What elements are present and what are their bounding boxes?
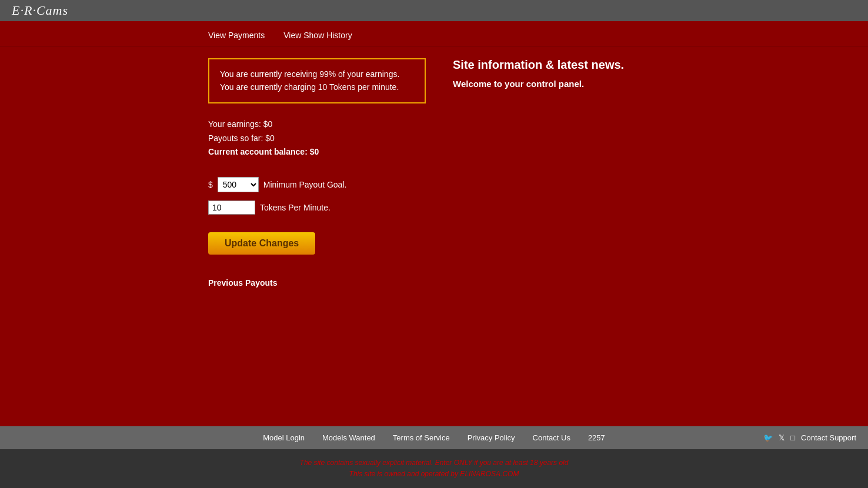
payouts-value: Payouts so far: $0 <box>208 132 429 146</box>
previous-payouts-label: Previous Payouts <box>208 278 429 288</box>
header: E·R·Cams <box>0 0 868 21</box>
payout-select[interactable]: 100 250 500 1000 <box>218 177 259 192</box>
footer-terms[interactable]: Terms of Service <box>393 433 450 442</box>
tokens-label: Tokens Per Minute. <box>260 203 330 212</box>
notice-line2: You are currently charging 10 Tokens per… <box>220 81 414 93</box>
site-info-subtitle: Welcome to your control panel. <box>453 79 844 89</box>
footer-model-login[interactable]: Model Login <box>263 433 305 442</box>
earnings-value: Your earnings: $0 <box>208 118 429 132</box>
footer-models-wanted[interactable]: Models Wanted <box>322 433 375 442</box>
main-content: You are currently receiving 99% of your … <box>0 46 868 426</box>
site-info-title: Site information & latest news. <box>453 58 844 72</box>
twitter-icon[interactable]: 𝕏 <box>779 433 784 442</box>
disclaimer-line2: This site is owned and operated by ELINA… <box>8 469 860 480</box>
footer-disclaimer: The site contains sexually explicit mate… <box>0 449 868 488</box>
logo: E·R·Cams <box>12 3 68 18</box>
notice-box: You are currently receiving 99% of your … <box>208 58 426 103</box>
earnings-section: Your earnings: $0 Payouts so far: $0 Cur… <box>208 118 429 159</box>
instagram-icon[interactable]: □ <box>790 433 795 442</box>
update-changes-button[interactable]: Update Changes <box>208 232 315 255</box>
facebook-icon[interactable]: 🐦 <box>763 433 773 442</box>
payout-row: $ 100 250 500 1000 Minimum Payout Goal. <box>208 177 429 192</box>
contact-support-link[interactable]: Contact Support <box>801 433 856 442</box>
payout-label: Minimum Payout Goal. <box>263 180 347 189</box>
footer-privacy[interactable]: Privacy Policy <box>468 433 515 442</box>
disclaimer-line1: The site contains sexually explicit mate… <box>8 457 860 469</box>
tokens-input[interactable] <box>208 200 255 215</box>
footer-nav: Model Login Models Wanted Terms of Servi… <box>0 426 868 449</box>
footer-contact-us[interactable]: Contact Us <box>533 433 570 442</box>
notice-line1: You are currently receiving 99% of your … <box>220 68 414 81</box>
nav-view-payments[interactable]: View Payments <box>208 27 274 46</box>
left-panel: You are currently receiving 99% of your … <box>0 58 429 415</box>
nav-bar: View Payments View Show History <box>0 21 868 46</box>
site-info: Site information & latest news. Welcome … <box>453 58 844 89</box>
dollar-sign: $ <box>208 180 213 189</box>
footer-2257: 2257 <box>588 433 605 442</box>
tokens-row: Tokens Per Minute. <box>208 200 429 215</box>
nav-view-show-history[interactable]: View Show History <box>283 27 361 46</box>
right-panel: Site information & latest news. Welcome … <box>429 58 868 415</box>
footer-social: 🐦 𝕏 □ Contact Support <box>763 433 856 442</box>
balance-value: Current account balance: $0 <box>208 145 429 159</box>
form-section: $ 100 250 500 1000 Minimum Payout Goal. … <box>208 177 429 215</box>
